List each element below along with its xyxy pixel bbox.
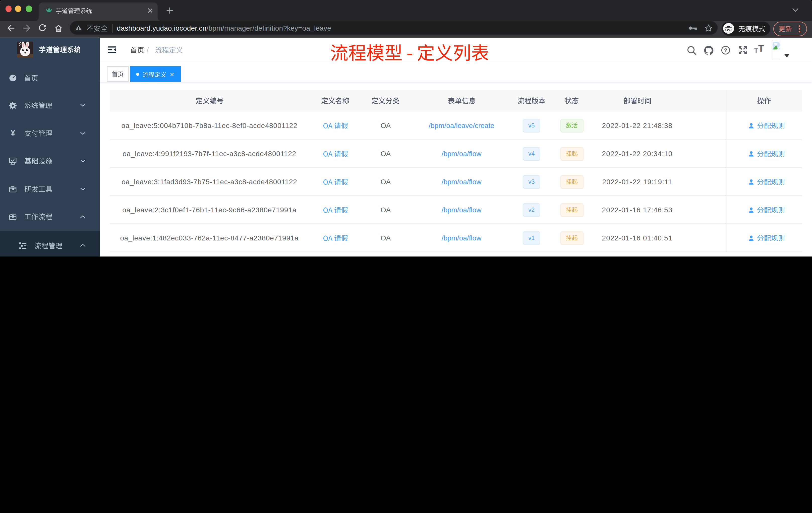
svg-text:?: ? [724,47,727,54]
